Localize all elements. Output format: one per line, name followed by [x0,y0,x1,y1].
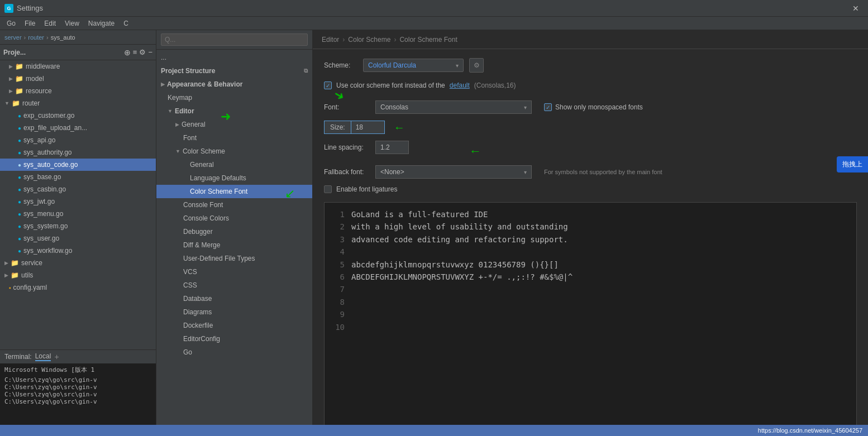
terminal-line: C:\Users\zyq\go\src\gin-v [4,384,151,391]
tree-item[interactable]: ● exp_customer.go [0,109,156,122]
tree-item-label: config.yaml [13,284,47,291]
settings-nav-color-scheme[interactable]: ▼ Color Scheme [156,145,312,158]
scheme-gear-button[interactable]: ⚙ [469,58,484,73]
tree-item[interactable]: ● sys_system.go [0,220,156,232]
tree-item-router[interactable]: ▼ 📁 router [0,97,156,109]
use-color-scheme-checkbox[interactable]: ✓ [324,82,332,89]
settings-nav-diff-merge[interactable]: Diff & Merge [156,238,312,252]
preview-line: 2 with a high level of usability and out… [333,221,847,233]
settings-nav-cs-lang-defaults[interactable]: Language Defaults [156,171,312,185]
settings-nav-console-font[interactable]: Console Font [156,198,312,212]
yaml-file-icon: ▪ [9,285,11,291]
font-row: Font: Consolas ▾ ✓ Show only monospaced … [324,100,857,114]
font-dropdown[interactable]: Consolas ▾ [375,100,532,114]
preview-area: 1 GoLand is a full-featured IDE 2 with a… [324,202,857,427]
settings-nav-label: Diff & Merge [183,241,220,249]
tree-item[interactable]: ● sys_user.go [0,232,156,245]
settings-nav-label: Editor [175,107,194,115]
show-mono-checkbox[interactable]: ✓ [544,103,552,111]
tree-item[interactable]: ▪ config.yaml [0,281,156,294]
project-label: Proje... [3,49,122,56]
settings-nav-appearance[interactable]: ▶ Appearance & Behavior [156,78,312,91]
line-num: 4 [333,246,345,258]
line-spacing-row: Line spacing: [324,141,857,154]
settings-nav-database[interactable]: Database [156,292,312,305]
minimize-button[interactable]: − [148,48,152,56]
menu-go[interactable]: Go [2,18,20,28]
tree-item[interactable]: ● sys_casbin.go [0,183,156,195]
terminal-line: C:\Users\zyq\go\src\gin-v [4,376,151,384]
menu-file[interactable]: File [20,18,40,28]
tree-item[interactable]: ● sys_workflow.go [0,245,156,257]
settings-button[interactable]: ⚙ [139,48,146,56]
settings-nav-tree: ... Project Structure ⧉ ▶ Appearance & B… [156,50,312,436]
line-num: 6 [333,271,345,283]
floating-badge[interactable]: 拖拽上 [837,156,868,173]
settings-nav-project-structure[interactable]: Project Structure ⧉ [156,64,312,78]
ligatures-checkbox[interactable] [324,185,332,193]
tree-item[interactable]: ▶ 📁 middleware [0,60,156,73]
settings-nav-go[interactable]: Go [156,346,312,359]
terminal-add-tab[interactable]: + [54,352,59,361]
settings-nav-cs-general[interactable]: General [156,158,312,171]
settings-search-input[interactable] [161,33,308,46]
tree-item[interactable]: ▶ 📁 resource [0,85,156,97]
tree-item[interactable]: ▶ 📁 utils [0,269,156,281]
tree-item[interactable]: ● sys_jwt.go [0,195,156,208]
settings-nav-general[interactable]: ▶ General [156,118,312,131]
breadcrumb-server[interactable]: server [4,34,22,41]
tree-item-label: sys_api.go [23,136,55,144]
settings-nav-label: EditorConfig [183,335,220,343]
fallback-label: Fallback font: [324,168,369,176]
settings-nav-dockerfile[interactable]: Dockerfile [156,319,312,332]
size-input[interactable] [351,121,385,134]
settings-nav-vcs[interactable]: VCS [156,265,312,279]
settings-nav-editorconfig[interactable]: EditorConfig [156,332,312,346]
line-spacing-input[interactable] [375,141,409,154]
tree-item[interactable]: ● sys_base.go [0,171,156,183]
settings-nav-label: Keymap [168,94,192,102]
add-module-button[interactable]: ⊕ [124,48,131,57]
breadcrumb-router[interactable]: router [28,34,44,41]
settings-nav-diagrams[interactable]: Diagrams [156,305,312,319]
go-file-icon: ● [18,236,21,242]
fallback-dropdown[interactable]: <None> ▾ [375,165,532,179]
expand-arrow: ▶ [161,82,165,87]
tree-item[interactable]: ● sys_menu.go [0,208,156,220]
tree-item-label: service [21,259,42,267]
content-breadcrumb: Editor › Color Scheme › Color Scheme Fon… [313,30,868,49]
settings-nav-user-file-types[interactable]: User-Defined File Types [156,252,312,265]
default-link[interactable]: default [450,82,470,89]
menu-view[interactable]: View [60,18,84,28]
tree-item[interactable]: ● sys_api.go [0,134,156,146]
tree-item-label: sys_workflow.go [23,247,72,255]
tree-item[interactable]: ▶ 📁 model [0,73,156,85]
terminal-line: Microsoft Windows [版本 1 [4,366,151,374]
settings-nav-css[interactable]: CSS [156,279,312,292]
settings-nav-debugger[interactable]: Debugger [156,225,312,238]
settings-nav-label: User-Defined File Types [183,255,255,262]
tree-item-selected[interactable]: ● sys_auto_code.go [0,159,156,171]
green-arrow-annotation: ← [394,121,405,134]
settings-nav-console-colors[interactable]: Console Colors [156,212,312,225]
settings-body: Scheme: Colorful Darcula ▾ ⚙ ✓ Use color… [313,49,868,436]
tree-item[interactable]: ● exp_file_upload_an... [0,122,156,134]
line-spacing-label: Line spacing: [324,143,369,151]
go-file-icon: ● [18,150,21,156]
terminal-tab[interactable]: Local [35,352,51,361]
layout-button[interactable]: ≡ [133,48,137,56]
menu-navigate[interactable]: Navigate [84,18,119,28]
settings-nav-font[interactable]: Font [156,131,312,145]
breadcrumb-file[interactable]: sys_auto [51,34,75,41]
close-button[interactable]: ✕ [848,4,864,13]
menu-c[interactable]: C [119,18,133,28]
settings-nav-cs-font[interactable]: Color Scheme Font [156,185,312,198]
settings-nav-item-scrolled[interactable]: ... [156,51,312,64]
menu-edit[interactable]: Edit [40,18,60,28]
settings-nav-label: Diagrams [183,308,212,316]
settings-nav-keymap[interactable]: Keymap [156,91,312,104]
scheme-dropdown[interactable]: Colorful Darcula ▾ [363,59,464,72]
tree-item[interactable]: ● sys_authority.go [0,146,156,159]
settings-nav-editor[interactable]: ▼ Editor [156,104,312,118]
tree-item[interactable]: ▶ 📁 service [0,257,156,269]
